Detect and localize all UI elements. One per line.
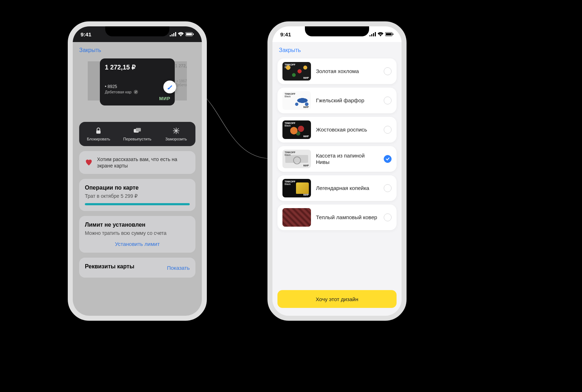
design-thumbnail: TINKOFFBlackМИР: [282, 120, 311, 139]
thumb-brand: TINKOFFBlack: [285, 210, 295, 215]
show-requisites-link[interactable]: Показать: [167, 265, 190, 271]
info-banner[interactable]: Хотим рассказать вам, что есть на экране…: [79, 151, 195, 174]
design-name: Кассета из папиной Нивы: [316, 153, 379, 165]
design-list[interactable]: TINKOFFBlackМИРЗолотая хохломаTINKOFFBla…: [272, 58, 402, 230]
design-name: Легендарная копейка: [316, 185, 379, 191]
close-button[interactable]: Закрыть: [73, 42, 108, 58]
check-icon: [386, 157, 390, 161]
thumb-brand: TINKOFFBlack: [285, 180, 295, 185]
svg-rect-6: [136, 128, 141, 131]
requisites-section: Реквизиты карты Показать: [79, 258, 195, 278]
limit-section: Лимит не установлен Можно тратить всю су…: [79, 216, 195, 253]
thumb-mir: МИР: [303, 77, 309, 79]
operations-title: Операции по карте: [85, 185, 190, 191]
design-thumbnail: TINKOFFBlackМИР: [282, 179, 311, 197]
status-bar: 9:41: [73, 26, 202, 42]
wifi-icon: [378, 32, 383, 36]
signal-icon: [369, 32, 376, 36]
battery-icon: [385, 32, 394, 36]
svg-rect-4: [96, 130, 101, 134]
design-name: Теплый ламповый ковер: [316, 214, 379, 221]
wifi-icon: [178, 32, 184, 36]
action-freeze[interactable]: Заморозить: [157, 127, 195, 141]
card-actions: Блокировать Перевыпустить Заморозить: [79, 122, 195, 146]
svg-rect-13: [393, 33, 393, 35]
thumb-mir: МИР: [303, 135, 309, 138]
design-thumbnail: TINKOFFBlackМИР: [282, 62, 311, 81]
thumb-brand: TINKOFFBlack: [285, 151, 295, 156]
phone-mockup-design-picker: 9:41 Закрыть TINKOFFBlackМИРЗолотая хохл…: [267, 21, 407, 321]
design-radio[interactable]: [384, 184, 392, 192]
design-item[interactable]: TINKOFFBlackМИРТеплый ламповый ковер: [277, 205, 397, 230]
design-item[interactable]: TINKOFFBlackМИРЖостовская роспись: [277, 117, 397, 143]
action-reissue[interactable]: Перевыпустить: [118, 127, 157, 141]
design-radio[interactable]: [384, 126, 392, 134]
heart-icon: [85, 159, 93, 166]
design-name: Жостовская роспись: [316, 127, 379, 133]
card-type: Дебетовая кар: [105, 90, 170, 94]
design-radio[interactable]: [384, 97, 392, 104]
design-thumbnail: TINKOFFBlackМИР: [282, 208, 311, 227]
card-brand-mir: МИР: [159, 96, 170, 101]
design-thumbnail: TINKOFFBlackМИР: [282, 150, 311, 168]
svg-rect-1: [186, 33, 192, 35]
design-item[interactable]: TINKOFFBlackМИРЗолотая хохлома: [277, 58, 397, 84]
card-carousel[interactable]: 1 272,15 ₽ • 8925 Дебетовая кар МИР 1 27…: [73, 58, 202, 119]
phone-mockup-card-settings: 9:41 Закрыть 1 272,15 ₽ • 8925 Дебетовая…: [68, 21, 207, 321]
operations-section[interactable]: Операции по карте Трат в октябре 5 299 ₽: [79, 179, 195, 211]
signal-icon: [170, 32, 176, 36]
change-design-button[interactable]: [163, 81, 176, 93]
cards-icon: [134, 128, 141, 134]
card-number: • 8925: [105, 84, 170, 89]
design-name: Золотая хохлома: [316, 68, 379, 74]
thumb-brand: TINKOFFBlack: [285, 63, 295, 68]
design-radio[interactable]: [384, 155, 392, 163]
edit-icon[interactable]: [134, 90, 138, 94]
status-time: 9:41: [81, 31, 91, 37]
card-balance: 1 272,15 ₽: [105, 63, 170, 71]
status-bar: 9:41: [272, 26, 402, 42]
limit-subtitle: Можно тратить всю сумму со счета: [85, 230, 190, 236]
card-main[interactable]: 1 272,15 ₽ • 8925 Дебетовая кар МИР: [100, 58, 175, 105]
operations-subtitle: Трат в октябре 5 299 ₽: [85, 193, 190, 199]
design-item[interactable]: TINKOFFBlackМИРГжельский фарфор: [277, 88, 397, 113]
svg-rect-12: [386, 33, 392, 35]
design-radio[interactable]: [384, 67, 392, 75]
design-item[interactable]: TINKOFFBlackМИРКассета из папиной Нивы: [277, 146, 397, 172]
thumb-mir: МИР: [303, 106, 309, 108]
thumb-brand: TINKOFFBlack: [285, 93, 295, 98]
limit-title: Лимит не установлен: [85, 222, 190, 228]
thumb-brand: TINKOFFBlack: [285, 122, 295, 127]
close-button[interactable]: Закрыть: [272, 42, 307, 58]
svg-rect-2: [193, 33, 194, 35]
thumb-mir: МИР: [303, 223, 309, 225]
confirm-design-button[interactable]: Хочу этот дизайн: [277, 290, 397, 308]
snowflake-icon: [173, 128, 179, 134]
thumb-mir: МИР: [303, 194, 309, 196]
battery-icon: [185, 32, 194, 36]
design-item[interactable]: TINKOFFBlackМИРЛегендарная копейка: [277, 175, 397, 201]
action-block[interactable]: Блокировать: [79, 127, 118, 141]
design-thumbnail: TINKOFFBlackМИР: [282, 91, 311, 110]
set-limit-link[interactable]: Установить лимит: [85, 241, 190, 247]
status-time: 9:41: [280, 31, 291, 37]
design-radio[interactable]: [384, 213, 392, 221]
requisites-title: Реквизиты карты: [85, 263, 134, 270]
design-name: Гжельский фарфор: [316, 97, 379, 104]
thumb-mir: МИР: [303, 164, 309, 167]
lock-icon: [96, 128, 101, 134]
card-peek-right[interactable]: 1 272, • 1867 Дебето: [173, 61, 187, 100]
banner-text: Хотим рассказать вам, что есть на экране…: [97, 156, 190, 169]
spend-progress: [85, 203, 190, 205]
brush-icon: [167, 84, 173, 90]
